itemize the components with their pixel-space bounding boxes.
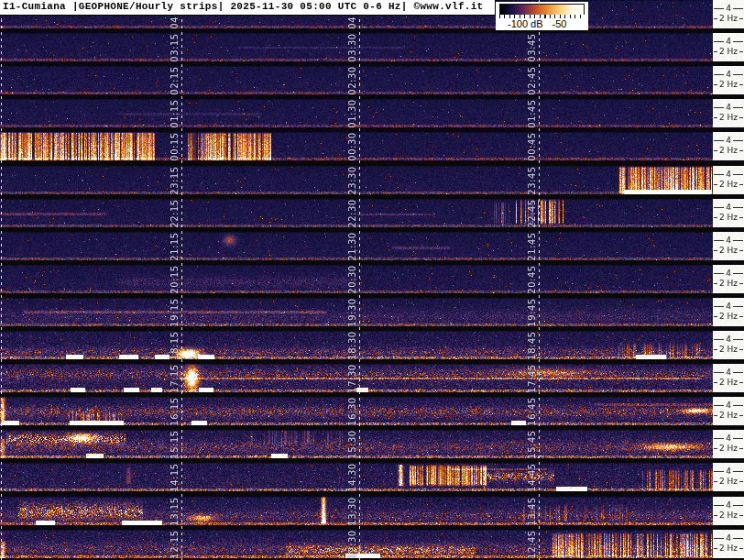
colorbar: -100 dB -50 xyxy=(496,2,588,30)
freq-tick-2hz: 2 Hz xyxy=(714,313,743,321)
freq-tick-label: 4 xyxy=(726,236,731,245)
tick-dash xyxy=(714,250,717,251)
freq-tick-4hz: 4 xyxy=(714,335,743,344)
tick-dash xyxy=(714,382,717,383)
tick-dash xyxy=(739,150,743,151)
tick-dash xyxy=(714,505,724,506)
tick-dash xyxy=(733,405,743,406)
freq-tick-4hz: 4 xyxy=(714,71,743,79)
tick-dash xyxy=(733,41,743,42)
tick-dash xyxy=(714,117,717,118)
freq-tick-label: 4 xyxy=(726,137,731,145)
tick-dash xyxy=(714,339,724,340)
tick-dash xyxy=(739,316,743,317)
tick-dash xyxy=(714,174,724,175)
tick-dash xyxy=(733,8,743,9)
tick-dash xyxy=(739,415,743,416)
freq-tick-label: 2 Hz xyxy=(719,346,738,354)
freq-tick-4hz: 4 xyxy=(714,137,743,145)
tick-dash xyxy=(714,548,717,549)
tick-dash xyxy=(739,515,743,516)
freq-tick-4hz: 4 xyxy=(714,104,743,112)
freq-tick-2hz: 2 Hz xyxy=(714,48,743,56)
tick-dash xyxy=(714,217,717,218)
freq-tick-4hz: 4 xyxy=(714,203,743,212)
freq-tick-4hz: 4 xyxy=(714,5,743,13)
freq-tick-label: 4 xyxy=(726,401,731,410)
freq-tick-label: 2 Hz xyxy=(719,214,738,222)
colorbar-max-label: -50 xyxy=(553,18,567,29)
tick-dash xyxy=(714,538,724,539)
freq-tick-label: 2 Hz xyxy=(719,544,738,553)
tick-dash xyxy=(739,184,743,185)
freq-tick-4hz: 4 xyxy=(714,302,743,311)
tick-dash xyxy=(733,505,743,506)
freq-tick-4hz: 4 xyxy=(714,269,743,278)
tick-dash xyxy=(739,548,743,549)
freq-tick-4hz: 4 xyxy=(714,434,743,443)
tick-dash xyxy=(714,8,724,9)
tick-dash xyxy=(739,18,743,19)
freq-tick-label: 2 Hz xyxy=(719,280,738,288)
tick-dash xyxy=(714,316,717,317)
tick-dash xyxy=(714,415,717,416)
tick-dash xyxy=(739,349,743,350)
tick-dash xyxy=(733,207,743,208)
tick-dash xyxy=(733,240,743,241)
tick-dash xyxy=(714,283,717,284)
freq-tick-2hz: 2 Hz xyxy=(714,412,743,420)
tick-dash xyxy=(714,515,717,516)
tick-dash xyxy=(714,372,724,373)
tick-dash xyxy=(739,84,743,85)
tick-dash xyxy=(714,349,717,350)
freq-tick-2hz: 2 Hz xyxy=(714,114,743,122)
freq-tick-2hz: 2 Hz xyxy=(714,214,743,222)
tick-dash xyxy=(714,273,724,274)
tick-dash xyxy=(733,471,743,472)
tick-dash xyxy=(714,306,724,307)
freq-tick-label: 4 xyxy=(726,71,731,79)
tick-dash xyxy=(733,273,743,274)
tick-dash xyxy=(739,51,743,52)
freq-tick-label: 4 xyxy=(726,170,731,179)
freq-tick-label: 4 xyxy=(726,203,731,212)
freq-tick-2hz: 2 Hz xyxy=(714,280,743,288)
tick-dash xyxy=(714,405,724,406)
tick-dash xyxy=(733,538,743,539)
spectrogram-page: 04:1504:3004:4542 Hz03:1503:3003:4542 Hz… xyxy=(0,0,744,560)
tick-dash xyxy=(739,382,743,383)
freq-tick-4hz: 4 xyxy=(714,38,743,46)
freq-tick-label: 4 xyxy=(726,534,731,543)
freq-tick-2hz: 2 Hz xyxy=(714,181,743,189)
tick-dash xyxy=(739,117,743,118)
tick-dash xyxy=(739,283,743,284)
tick-dash xyxy=(739,250,743,251)
freq-tick-label: 2 Hz xyxy=(719,147,738,155)
tick-dash xyxy=(714,207,724,208)
tick-dash xyxy=(714,471,724,472)
tick-dash xyxy=(714,184,717,185)
spectrogram-canvas xyxy=(0,0,744,560)
tick-dash xyxy=(739,481,743,482)
freq-tick-2hz: 2 Hz xyxy=(714,379,743,387)
colorbar-gradient xyxy=(499,4,585,15)
tick-dash xyxy=(739,448,743,449)
freq-tick-2hz: 2 Hz xyxy=(714,15,743,23)
tick-dash xyxy=(739,217,743,218)
title-text: I1-Cumiana |GEOPHONE/Hourly strips| 2025… xyxy=(3,1,483,12)
freq-tick-2hz: 2 Hz xyxy=(714,478,743,486)
freq-tick-label: 2 Hz xyxy=(719,81,738,89)
tick-dash xyxy=(733,174,743,175)
tick-dash xyxy=(714,107,724,108)
colorbar-min-label: -100 dB xyxy=(508,18,543,29)
tick-dash xyxy=(714,240,724,241)
tick-dash xyxy=(733,306,743,307)
freq-tick-4hz: 4 xyxy=(714,467,743,476)
freq-tick-label: 2 Hz xyxy=(719,181,738,189)
title-bar: I1-Cumiana |GEOPHONE/Hourly strips| 2025… xyxy=(0,0,496,16)
freq-tick-4hz: 4 xyxy=(714,401,743,410)
tick-dash xyxy=(714,150,717,151)
tick-dash xyxy=(714,481,717,482)
freq-tick-label: 2 Hz xyxy=(719,445,738,453)
freq-tick-4hz: 4 xyxy=(714,534,743,543)
